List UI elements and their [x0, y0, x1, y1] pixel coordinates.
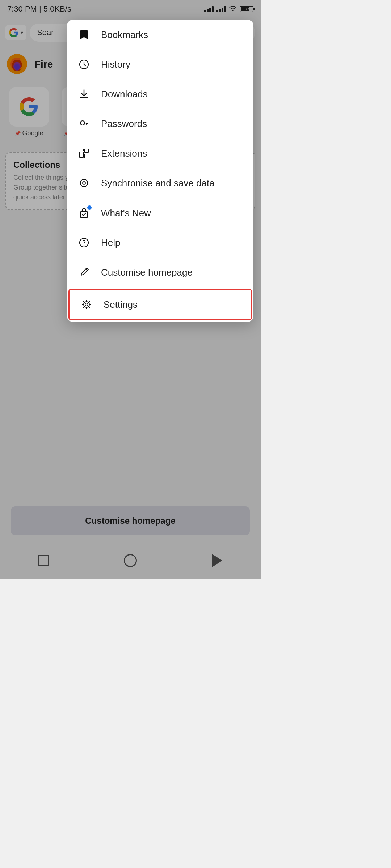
- svg-rect-8: [80, 152, 83, 158]
- downloads-label: Downloads: [101, 89, 148, 100]
- extensions-icon: [77, 146, 91, 160]
- bookmarks-icon: [77, 28, 91, 42]
- menu-item-history[interactable]: History: [67, 50, 253, 79]
- settings-label: Settings: [104, 299, 138, 310]
- downloads-icon: [77, 87, 91, 101]
- history-label: History: [101, 59, 130, 70]
- menu-item-extensions[interactable]: Extensions: [67, 139, 253, 168]
- menu-item-settings[interactable]: Settings: [68, 289, 252, 320]
- svg-point-17: [84, 302, 89, 307]
- menu-item-customise[interactable]: Customise homepage: [67, 258, 253, 287]
- menu-item-downloads[interactable]: Downloads: [67, 79, 253, 109]
- sync-label: Synchronise and save data: [101, 178, 215, 189]
- dropdown-menu: Bookmarks History Downloads: [67, 20, 253, 322]
- help-icon: [77, 236, 91, 250]
- whats-new-label: What's New: [101, 208, 151, 219]
- menu-item-help[interactable]: Help: [67, 228, 253, 258]
- sync-icon: [77, 176, 91, 190]
- passwords-icon: [77, 117, 91, 131]
- svg-point-16: [85, 303, 88, 306]
- svg-point-12: [83, 182, 85, 184]
- passwords-label: Passwords: [101, 118, 147, 129]
- menu-item-sync[interactable]: Synchronise and save data: [67, 168, 253, 198]
- whats-new-dot: [87, 205, 92, 210]
- svg-rect-9: [85, 149, 88, 153]
- menu-item-whats-new[interactable]: What's New: [67, 198, 253, 228]
- customise-icon: [77, 265, 91, 279]
- settings-icon: [80, 298, 93, 311]
- menu-item-passwords[interactable]: Passwords: [67, 109, 253, 139]
- svg-point-15: [84, 245, 84, 246]
- extensions-label: Extensions: [101, 148, 147, 159]
- bookmarks-label: Bookmarks: [101, 29, 148, 41]
- menu-item-bookmarks[interactable]: Bookmarks: [67, 20, 253, 50]
- history-icon: [77, 58, 91, 71]
- help-label: Help: [101, 237, 120, 248]
- whats-new-icon: [77, 206, 91, 220]
- customise-label: Customise homepage: [101, 267, 193, 278]
- svg-point-7: [80, 121, 85, 125]
